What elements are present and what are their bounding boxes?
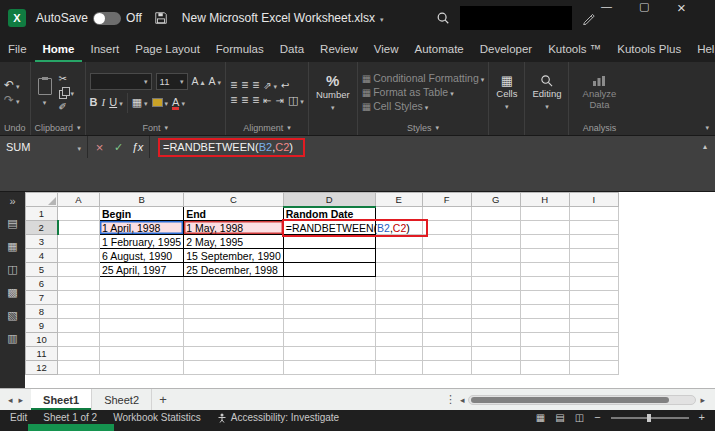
cell-E3[interactable]: [375, 235, 422, 249]
page-layout-view-button[interactable]: [555, 413, 564, 423]
increase-indent-button[interactable]: [276, 95, 284, 106]
column-header-F[interactable]: F: [422, 193, 471, 207]
cell-F1[interactable]: [422, 207, 471, 221]
worksheet-pane-icon[interactable]: ▦: [7, 240, 17, 253]
cell-H12[interactable]: [520, 361, 569, 375]
cell-C3[interactable]: 2 May, 1995: [184, 235, 284, 249]
scrollbar-track[interactable]: [468, 395, 696, 405]
align-left-button[interactable]: [230, 94, 237, 106]
normal-view-button[interactable]: [536, 413, 545, 423]
cell-B1[interactable]: Begin: [100, 207, 184, 221]
cell-E6[interactable]: [375, 277, 422, 291]
cell-styles-button[interactable]: Cell Styles: [362, 101, 485, 112]
cell-H9[interactable]: [520, 319, 569, 333]
row-header-11[interactable]: 11: [26, 347, 58, 361]
cell-B9[interactable]: [100, 319, 184, 333]
cell-F6[interactable]: [422, 277, 471, 291]
cell-F10[interactable]: [422, 333, 471, 347]
collapse-formula-bar-icon[interactable]: [703, 140, 707, 151]
cell-G4[interactable]: [471, 249, 520, 263]
cell-G12[interactable]: [471, 361, 520, 375]
cell-I11[interactable]: [569, 347, 618, 361]
cell-A4[interactable]: [58, 249, 100, 263]
cell-D7[interactable]: [283, 291, 375, 305]
cell-C6[interactable]: [184, 277, 284, 291]
cells-button[interactable]: Cells: [493, 74, 520, 111]
document-title[interactable]: New Microsoft Excel Worksheet.xlsx: [182, 11, 384, 25]
cell-D1[interactable]: Random Date: [283, 207, 375, 221]
cell-E7[interactable]: [375, 291, 422, 305]
cell-A7[interactable]: [58, 291, 100, 305]
cell-G3[interactable]: [471, 235, 520, 249]
cell-A6[interactable]: [58, 277, 100, 291]
ribbon-tab-page-layout[interactable]: Page Layout: [127, 36, 208, 62]
page-break-view-button[interactable]: [575, 413, 584, 423]
cell-F11[interactable]: [422, 347, 471, 361]
minimize-button[interactable]: [601, 0, 639, 36]
analyze-data-button[interactable]: Analyze Data: [573, 75, 625, 110]
cell-A12[interactable]: [58, 361, 100, 375]
cell-G10[interactable]: [471, 333, 520, 347]
cell-E4[interactable]: [375, 249, 422, 263]
pen-icon[interactable]: [582, 12, 595, 25]
column-header-D[interactable]: D: [283, 193, 375, 207]
row-header-7[interactable]: 7: [26, 291, 58, 305]
next-sheet-icon[interactable]: [19, 394, 24, 405]
cell-H4[interactable]: [520, 249, 569, 263]
cell-A2[interactable]: [58, 221, 100, 235]
cell-E12[interactable]: [375, 361, 422, 375]
cell-H6[interactable]: [520, 277, 569, 291]
cell-B10[interactable]: [100, 333, 184, 347]
align-center-button[interactable]: [241, 94, 248, 106]
cell-G7[interactable]: [471, 291, 520, 305]
column-header-A[interactable]: A: [58, 193, 100, 207]
tab-splitter-icon[interactable]: [445, 394, 456, 405]
row-header-5[interactable]: 5: [26, 263, 58, 277]
row-header-2[interactable]: 2: [26, 221, 58, 235]
number-format-button[interactable]: Number: [313, 73, 353, 112]
ribbon-tab-formulas[interactable]: Formulas: [208, 36, 272, 62]
copy-button[interactable]: [59, 87, 75, 98]
cell-I12[interactable]: [569, 361, 618, 375]
ribbon-tab-review[interactable]: Review: [312, 36, 366, 62]
cell-G9[interactable]: [471, 319, 520, 333]
cell-A5[interactable]: [58, 263, 100, 277]
scrollbar-thumb[interactable]: [471, 397, 669, 403]
column-header-H[interactable]: H: [520, 193, 569, 207]
cell-E10[interactable]: [375, 333, 422, 347]
cell-B11[interactable]: [100, 347, 184, 361]
cell-F4[interactable]: [422, 249, 471, 263]
cell-B6[interactable]: [100, 277, 184, 291]
ribbon-tab-home[interactable]: Home: [35, 36, 83, 62]
name-box[interactable]: SUM: [0, 136, 88, 158]
cell-I5[interactable]: [569, 263, 618, 277]
ribbon-tab-view[interactable]: View: [366, 36, 407, 62]
cell-G6[interactable]: [471, 277, 520, 291]
alignment-dialog-launcher-icon[interactable]: [287, 123, 291, 132]
wrap-text-button[interactable]: [281, 80, 289, 91]
cell-H3[interactable]: [520, 235, 569, 249]
font-size-combo[interactable]: 11: [156, 73, 188, 90]
collapse-ribbon-icon[interactable]: [705, 122, 709, 132]
cell-A8[interactable]: [58, 305, 100, 319]
cell-F9[interactable]: [422, 319, 471, 333]
ribbon-tab-kutools-plus[interactable]: Kutools Plus: [609, 36, 689, 62]
cell-G2[interactable]: [471, 221, 520, 235]
cell-I9[interactable]: [569, 319, 618, 333]
cell-D4[interactable]: [283, 249, 375, 263]
cell-B7[interactable]: [100, 291, 184, 305]
increase-font-button[interactable]: A: [192, 76, 205, 87]
row-header-12[interactable]: 12: [26, 361, 58, 375]
fill-color-button[interactable]: [152, 97, 169, 108]
cell-I7[interactable]: [569, 291, 618, 305]
cell-C2[interactable]: 1 May, 1998: [184, 221, 284, 235]
cell-D11[interactable]: [283, 347, 375, 361]
bold-button[interactable]: [90, 97, 98, 108]
save-icon[interactable]: [154, 11, 168, 25]
cell-D3[interactable]: [283, 235, 375, 249]
formula-input[interactable]: =RANDBETWEEN(B2,C2): [158, 138, 305, 157]
cell-C9[interactable]: [184, 319, 284, 333]
cell-C12[interactable]: [184, 361, 284, 375]
cell-A3[interactable]: [58, 235, 100, 249]
cell-G8[interactable]: [471, 305, 520, 319]
